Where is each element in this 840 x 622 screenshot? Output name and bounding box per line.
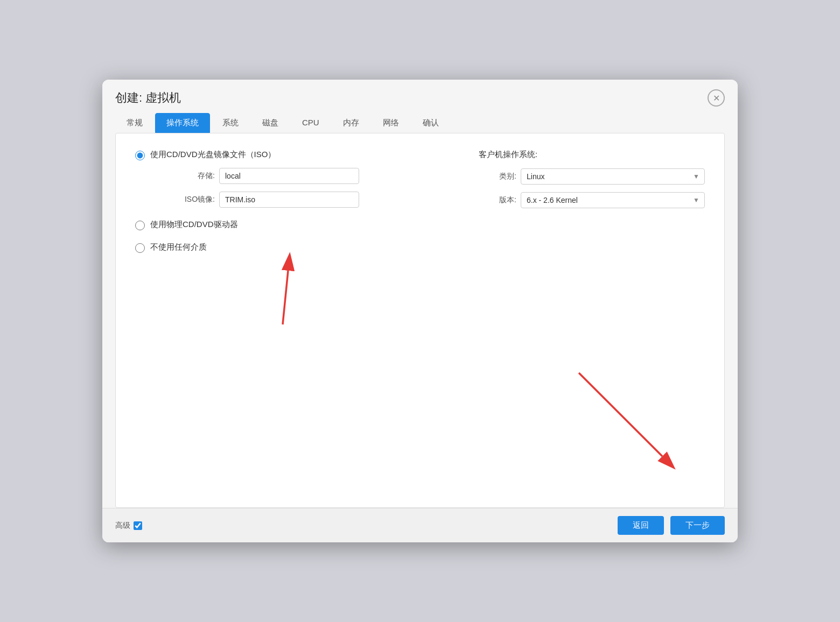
dialog-header: 创建: 虚拟机 ✕ <box>102 80 738 107</box>
no-media-radio-row: 不使用任何介质 <box>135 242 705 253</box>
arrow-annotation-2 <box>563 367 681 475</box>
category-select-wrap: Linux Windows Other ▼ <box>521 168 705 185</box>
physical-radio-row: 使用物理CD/DVD驱动器 <box>135 220 705 230</box>
iso-select[interactable]: TRIM.iso ubuntu.iso debian.iso <box>219 192 359 208</box>
advanced-checkbox[interactable] <box>134 521 142 530</box>
category-label: 类别: <box>479 168 516 185</box>
storage-label: 存储: <box>150 168 215 184</box>
version-select-wrap: 6.x - 2.6 Kernel 5.x - 2.6 Kernel Other … <box>521 192 705 208</box>
next-button[interactable]: 下一步 <box>670 516 725 535</box>
dialog-body: 使用CD/DVD光盘镜像文件（ISO） 存储: local local-lvm … <box>115 133 725 508</box>
tab-confirm[interactable]: 确认 <box>411 113 450 133</box>
tab-network[interactable]: 网络 <box>372 113 410 133</box>
svg-line-3 <box>579 373 662 456</box>
storage-select[interactable]: local local-lvm nfs <box>219 168 359 184</box>
right-panel: 客户机操作系统: 类别: Linux Windows Other ▼ 版本: 6… <box>479 150 705 208</box>
category-select[interactable]: Linux Windows Other <box>521 168 705 185</box>
advanced-section: 高级 <box>115 521 142 531</box>
iso-radio-label: 使用CD/DVD光盘镜像文件（ISO） <box>150 150 276 160</box>
tab-bar: 常规 操作系统 系统 磁盘 CPU 内存 网络 确认 <box>102 107 738 133</box>
back-button[interactable]: 返回 <box>618 516 664 535</box>
advanced-label: 高级 <box>115 521 130 531</box>
tab-general[interactable]: 常规 <box>115 113 154 133</box>
close-icon: ✕ <box>713 93 720 103</box>
iso-radio[interactable] <box>135 151 145 160</box>
dialog-footer: 高级 返回 下一步 <box>102 508 738 542</box>
tab-cpu[interactable]: CPU <box>291 113 331 133</box>
physical-radio[interactable] <box>135 221 145 230</box>
version-label: 版本: <box>479 192 516 208</box>
tab-os[interactable]: 操作系统 <box>155 113 210 133</box>
close-button[interactable]: ✕ <box>708 89 725 107</box>
svg-line-1 <box>283 271 288 324</box>
tab-system[interactable]: 系统 <box>211 113 250 133</box>
tab-disk[interactable]: 磁盘 <box>251 113 290 133</box>
right-form-grid: 类别: Linux Windows Other ▼ 版本: 6.x - 2.6 … <box>479 168 705 208</box>
no-media-radio-label: 不使用任何介质 <box>150 242 207 252</box>
dialog-title: 创建: 虚拟机 <box>115 90 181 106</box>
physical-radio-label: 使用物理CD/DVD驱动器 <box>150 220 238 230</box>
no-media-radio[interactable] <box>135 243 145 253</box>
guest-os-title: 客户机操作系统: <box>479 150 705 160</box>
iso-label: ISO镜像: <box>150 192 215 208</box>
version-select[interactable]: 6.x - 2.6 Kernel 5.x - 2.6 Kernel Other … <box>521 192 705 208</box>
tab-memory[interactable]: 内存 <box>332 113 370 133</box>
dialog: 创建: 虚拟机 ✕ 常规 操作系统 系统 磁盘 CPU 内存 网络 确认 使用C… <box>102 80 738 542</box>
